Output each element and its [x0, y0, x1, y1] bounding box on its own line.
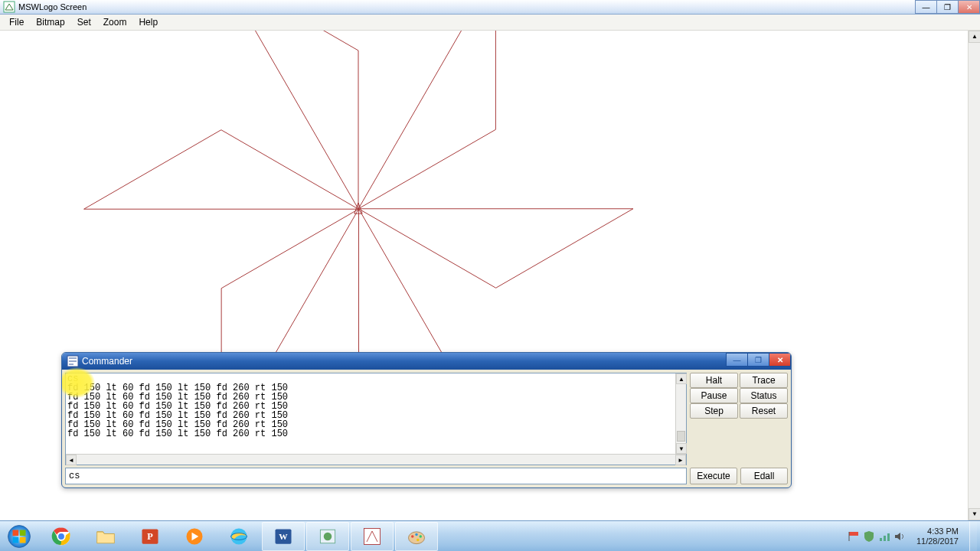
tray-volume-icon[interactable]: [893, 530, 906, 543]
edall-button[interactable]: Edall: [740, 468, 788, 484]
svg-line-4: [221, 130, 358, 210]
menu-help[interactable]: Help: [132, 15, 164, 29]
taskbar-powerpoint[interactable]: P: [129, 522, 172, 551]
scroll-right-arrow-icon[interactable]: ►: [675, 455, 686, 465]
clock-date: 11/28/2017: [916, 536, 959, 546]
taskbar-paint[interactable]: [395, 522, 438, 551]
svg-rect-24: [20, 536, 26, 543]
scroll-left-arrow-icon[interactable]: ◄: [66, 455, 77, 465]
system-tray: 4:33 PM 11/28/2017: [848, 521, 980, 551]
menu-bar: File Bitmap Set Zoom Help: [0, 15, 980, 31]
minimize-button[interactable]: —: [915, 0, 937, 14]
svg-point-20: [8, 525, 31, 547]
commander-side-buttons: Halt Trace Pause Status Step Reset: [690, 373, 788, 465]
commander-close-button[interactable]: ✕: [769, 353, 791, 367]
svg-line-14: [496, 209, 633, 289]
clock-time: 4:33 PM: [916, 527, 959, 536]
svg-point-36: [324, 532, 332, 540]
trace-button[interactable]: Trace: [740, 373, 788, 388]
svg-rect-43: [880, 538, 882, 541]
commander-icon: [67, 355, 79, 367]
commander-window: Commander — ❐ ✕ cs fd 150 lt 60 fd 150 l…: [61, 352, 792, 488]
scroll-down-arrow-icon[interactable]: ▼: [676, 443, 687, 454]
svg-point-39: [411, 535, 414, 538]
scroll-down-arrow-icon[interactable]: ▼: [969, 508, 980, 520]
commander-maximize-button[interactable]: ❐: [747, 353, 769, 367]
svg-line-7: [221, 209, 358, 289]
taskbar-word[interactable]: W: [262, 522, 305, 551]
window-controls: — ❐ ✕: [916, 0, 980, 14]
svg-line-2: [221, 31, 358, 51]
menu-zoom[interactable]: Zoom: [97, 15, 133, 29]
tray-network-icon[interactable]: [878, 530, 890, 543]
scroll-up-arrow-icon[interactable]: ▲: [676, 373, 687, 384]
halt-button[interactable]: Halt: [690, 373, 738, 388]
svg-line-3: [221, 31, 358, 209]
svg-rect-44: [884, 536, 886, 541]
taskbar-apps: P W: [40, 521, 438, 551]
svg-line-5: [84, 130, 221, 210]
history-text[interactable]: cs fd 150 lt 60 fd 150 lt 150 fd 260 rt …: [66, 373, 686, 454]
svg-text:W: W: [279, 532, 288, 541]
start-button[interactable]: [0, 521, 38, 552]
status-button[interactable]: Status: [740, 388, 788, 403]
taskbar-ie[interactable]: [217, 522, 260, 551]
svg-rect-23: [13, 536, 19, 543]
command-input[interactable]: [65, 468, 687, 484]
taskbar-clock[interactable]: 4:33 PM 11/28/2017: [912, 527, 963, 546]
svg-point-41: [420, 535, 423, 538]
execute-button[interactable]: Execute: [690, 468, 737, 484]
close-button[interactable]: ✕: [958, 0, 980, 14]
svg-rect-45: [887, 533, 890, 541]
taskbar-mediaplayer[interactable]: [173, 522, 216, 551]
taskbar: P W 4:33 PM 11/28/2017: [0, 520, 980, 551]
commander-body: cs fd 150 lt 60 fd 150 lt 150 fd 260 rt …: [62, 370, 791, 487]
svg-point-42: [416, 538, 420, 541]
maximize-button[interactable]: ❐: [936, 0, 959, 14]
taskbar-app1[interactable]: [306, 522, 349, 551]
show-desktop-button[interactable]: [969, 521, 977, 552]
taskbar-explorer[interactable]: [84, 522, 127, 551]
window-title: MSWLogo Screen: [18, 2, 87, 11]
svg-text:P: P: [147, 531, 153, 542]
taskbar-mswlogo[interactable]: [351, 522, 394, 551]
commander-minimize-button[interactable]: —: [726, 353, 748, 367]
step-button[interactable]: Step: [690, 403, 738, 419]
app-icon: [3, 1, 15, 13]
commander-title-bar[interactable]: Commander — ❐ ✕: [62, 353, 791, 370]
scroll-up-arrow-icon[interactable]: ▲: [969, 31, 980, 43]
history-vertical-scrollbar[interactable]: ▲ ▼: [675, 373, 686, 454]
commander-title: Commander: [82, 356, 132, 367]
menu-file[interactable]: File: [3, 15, 30, 29]
title-bar: MSWLogo Screen — ❐ ✕: [0, 0, 980, 15]
svg-point-40: [415, 533, 418, 536]
menu-set[interactable]: Set: [71, 15, 97, 29]
tray-flag-icon[interactable]: [848, 530, 860, 543]
svg-rect-21: [13, 530, 19, 536]
command-history[interactable]: cs fd 150 lt 60 fd 150 lt 150 fd 260 rt …: [65, 373, 687, 465]
tray-shield-icon[interactable]: [863, 530, 875, 543]
history-horizontal-scrollbar[interactable]: ◄ ►: [66, 454, 686, 465]
menu-bitmap[interactable]: Bitmap: [30, 15, 70, 29]
svg-rect-22: [20, 530, 26, 536]
pause-button[interactable]: Pause: [690, 388, 738, 403]
svg-line-16: [358, 129, 495, 209]
scroll-thumb[interactable]: [677, 431, 685, 442]
taskbar-chrome[interactable]: [40, 522, 83, 551]
svg-line-18: [358, 31, 495, 209]
reset-button[interactable]: Reset: [740, 403, 788, 419]
canvas-vertical-scrollbar[interactable]: ▲ ▼: [968, 31, 980, 520]
svg-line-13: [358, 209, 495, 289]
